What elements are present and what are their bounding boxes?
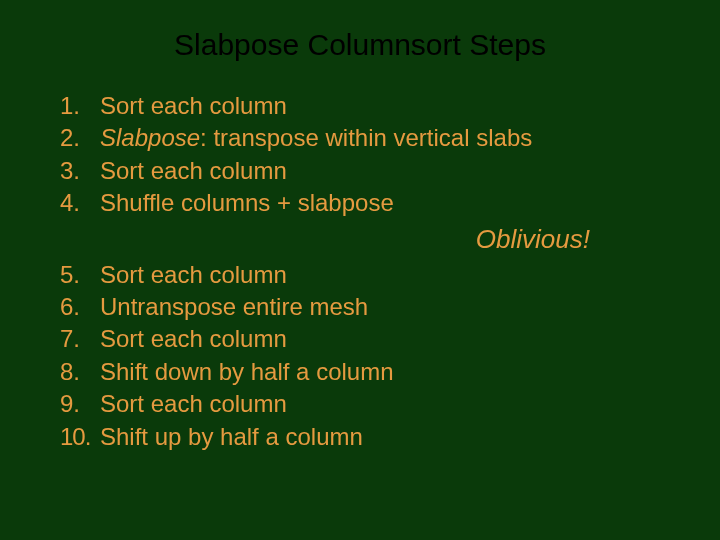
list-item: 6. Untranspose entire mesh [60,291,660,323]
step-text: Untranspose entire mesh [100,291,660,323]
list-item: 10. Shift up by half a column [60,421,660,453]
list-item: 5. Sort each column [60,259,660,291]
step-text: Sort each column [100,90,660,122]
step-text: Shift up by half a column [100,421,660,453]
steps-list: 1. Sort each column 2. Slabpose: transpo… [60,90,660,453]
step-text: Sort each column [100,323,660,355]
step-number: 1. [60,90,100,122]
step-number: 7. [60,323,100,355]
step-number: 2. [60,122,100,154]
slabpose-term: Slabpose [100,124,200,151]
step-number: 5. [60,259,100,291]
step-text: Slabpose: transpose within vertical slab… [100,122,660,154]
step-text: Shift down by half a column [100,356,660,388]
oblivious-callout: Oblivious! [60,222,660,257]
step-text-rest: : transpose within vertical slabs [200,124,532,151]
step-number: 8. [60,356,100,388]
slide: Slabpose Columnsort Steps 1. Sort each c… [0,0,720,540]
list-item: 1. Sort each column [60,90,660,122]
step-text: Sort each column [100,155,660,187]
step-number: 10. [60,421,100,453]
step-text: Sort each column [100,259,660,291]
step-number: 9. [60,388,100,420]
step-number: 6. [60,291,100,323]
step-text: Sort each column [100,388,660,420]
step-number: 4. [60,187,100,219]
list-item: 4. Shuffle columns + slabpose [60,187,660,219]
list-item: 3. Sort each column [60,155,660,187]
step-number: 3. [60,155,100,187]
list-item: 8. Shift down by half a column [60,356,660,388]
slide-title: Slabpose Columnsort Steps [60,28,660,62]
list-item: 7. Sort each column [60,323,660,355]
list-item: 9. Sort each column [60,388,660,420]
step-text: Shuffle columns + slabpose [100,187,660,219]
list-item: 2. Slabpose: transpose within vertical s… [60,122,660,154]
